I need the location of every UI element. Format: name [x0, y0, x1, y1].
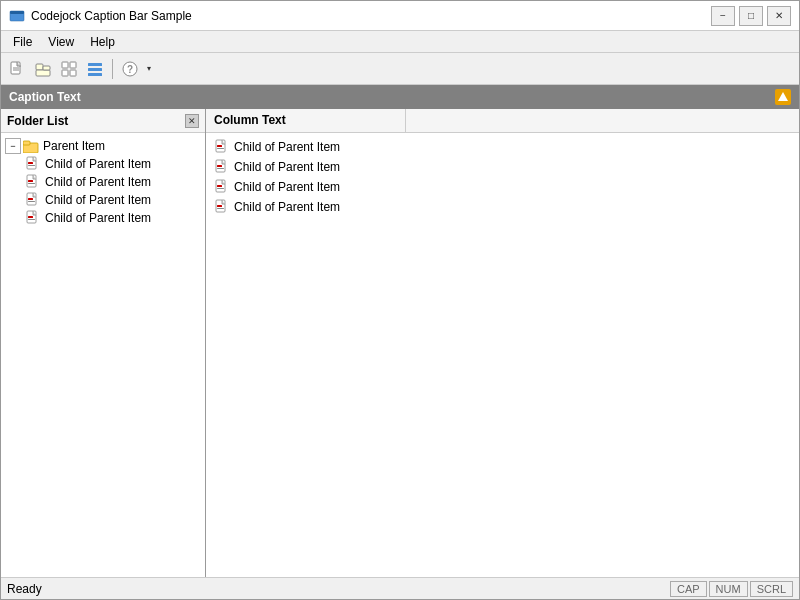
- folder-children: Child of Parent Item Child of Parent Ite…: [21, 155, 205, 227]
- svg-rect-28: [28, 201, 35, 202]
- svg-rect-12: [88, 63, 102, 66]
- list-doc-icon: [214, 179, 230, 195]
- list-label-4: Child of Parent Item: [234, 200, 340, 214]
- status-indicators: CAP NUM SCRL: [670, 581, 793, 597]
- svg-marker-17: [778, 92, 788, 101]
- maximize-button[interactable]: □: [739, 6, 763, 26]
- svg-rect-13: [88, 68, 102, 71]
- tree-child-item[interactable]: Child of Parent Item: [21, 173, 205, 191]
- caption-bar: Caption Text: [1, 85, 799, 109]
- svg-rect-9: [70, 62, 76, 68]
- tree-expander[interactable]: −: [5, 138, 21, 154]
- folder-panel-header: Folder List ✕: [1, 109, 205, 133]
- toolbar-separator: [112, 59, 113, 79]
- tree-child-item[interactable]: Child of Parent Item: [21, 155, 205, 173]
- scrl-indicator: SCRL: [750, 581, 793, 597]
- caption-icon: [775, 89, 791, 105]
- doc-icon: [25, 174, 41, 190]
- toolbar-btn-2[interactable]: [31, 57, 55, 81]
- app-icon: [9, 8, 25, 24]
- tree-parent-item[interactable]: − Parent Item: [1, 137, 205, 155]
- num-indicator: NUM: [709, 581, 748, 597]
- status-text: Ready: [7, 582, 42, 596]
- menu-bar: File View Help: [1, 31, 799, 53]
- menu-view[interactable]: View: [40, 33, 82, 51]
- cap-indicator: CAP: [670, 581, 707, 597]
- doc-icon: [25, 156, 41, 172]
- svg-rect-24: [28, 180, 33, 182]
- list-label-1: Child of Parent Item: [234, 140, 340, 154]
- svg-rect-42: [217, 205, 222, 207]
- folder-panel: Folder List ✕ − Parent Item: [1, 109, 206, 577]
- svg-rect-7: [43, 66, 50, 70]
- folder-panel-title: Folder List: [7, 114, 68, 128]
- col-header-2: [406, 109, 799, 132]
- svg-rect-6: [36, 70, 50, 76]
- toolbar-btn-4[interactable]: [83, 57, 107, 81]
- caption-text: Caption Text: [9, 90, 81, 104]
- child-label-2: Child of Parent Item: [45, 175, 151, 189]
- svg-rect-14: [88, 73, 102, 76]
- list-item[interactable]: Child of Parent Item: [206, 157, 799, 177]
- svg-rect-5: [36, 64, 43, 70]
- toolbar-btn-3[interactable]: [57, 57, 81, 81]
- column-content: Child of Parent Item Child of Parent Ite…: [206, 133, 799, 577]
- svg-rect-25: [28, 183, 35, 184]
- svg-rect-11: [70, 70, 76, 76]
- toolbar: ? ▾: [1, 53, 799, 85]
- title-bar: Codejock Caption Bar Sample − □ ✕: [1, 1, 799, 31]
- col-header-1: Column Text: [206, 109, 406, 132]
- svg-rect-8: [62, 62, 68, 68]
- list-doc-icon: [214, 139, 230, 155]
- list-doc-icon: [214, 159, 230, 175]
- folder-panel-close[interactable]: ✕: [185, 114, 199, 128]
- list-item[interactable]: Child of Parent Item: [206, 197, 799, 217]
- svg-text:?: ?: [127, 64, 133, 75]
- doc-icon: [25, 192, 41, 208]
- menu-file[interactable]: File: [5, 33, 40, 51]
- app-title: Codejock Caption Bar Sample: [31, 9, 711, 23]
- svg-rect-39: [217, 185, 222, 187]
- list-label-2: Child of Parent Item: [234, 160, 340, 174]
- child-label-3: Child of Parent Item: [45, 193, 151, 207]
- list-item[interactable]: Child of Parent Item: [206, 137, 799, 157]
- tree-child-item[interactable]: Child of Parent Item: [21, 209, 205, 227]
- svg-rect-34: [217, 148, 224, 149]
- toolbar-btn-dropdown[interactable]: ▾: [144, 57, 154, 81]
- minimize-button[interactable]: −: [711, 6, 735, 26]
- svg-rect-40: [217, 188, 224, 189]
- svg-rect-22: [28, 165, 35, 166]
- status-bar: Ready CAP NUM SCRL: [1, 577, 799, 599]
- column-panel: Column Text Child of Parent Item: [206, 109, 799, 577]
- parent-item-label: Parent Item: [43, 139, 105, 153]
- list-label-3: Child of Parent Item: [234, 180, 340, 194]
- toolbar-btn-help[interactable]: ?: [118, 57, 142, 81]
- tree-child-item[interactable]: Child of Parent Item: [21, 191, 205, 209]
- window-controls: − □ ✕: [711, 6, 791, 26]
- list-doc-icon: [214, 199, 230, 215]
- doc-icon: [25, 210, 41, 226]
- svg-rect-31: [28, 219, 35, 220]
- svg-rect-43: [217, 208, 224, 209]
- svg-rect-19: [23, 141, 30, 145]
- svg-rect-36: [217, 165, 222, 167]
- menu-help[interactable]: Help: [82, 33, 123, 51]
- toolbar-btn-new[interactable]: [5, 57, 29, 81]
- svg-rect-21: [28, 162, 33, 164]
- child-label-4: Child of Parent Item: [45, 211, 151, 225]
- svg-rect-30: [28, 216, 33, 218]
- close-button[interactable]: ✕: [767, 6, 791, 26]
- folder-icon: [23, 138, 39, 154]
- svg-rect-10: [62, 70, 68, 76]
- list-item[interactable]: Child of Parent Item: [206, 177, 799, 197]
- child-label-1: Child of Parent Item: [45, 157, 151, 171]
- svg-rect-27: [28, 198, 33, 200]
- main-content: Folder List ✕ − Parent Item: [1, 109, 799, 577]
- folder-list: − Parent Item: [1, 133, 205, 577]
- svg-rect-33: [217, 145, 222, 147]
- column-header: Column Text: [206, 109, 799, 133]
- svg-rect-37: [217, 168, 224, 169]
- svg-rect-1: [10, 11, 24, 14]
